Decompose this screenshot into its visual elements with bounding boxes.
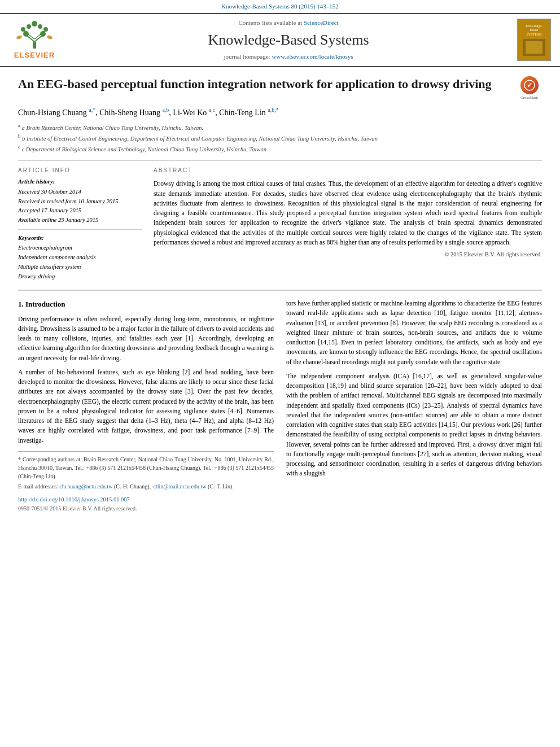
svg-point-13 <box>46 35 53 40</box>
elsevier-tree-icon <box>15 19 54 50</box>
crossmark-label: CrossMark <box>520 95 538 101</box>
article-history: Article history: Received 30 October 201… <box>18 178 142 224</box>
info-abstract-section: ARTICLE INFO Article history: Received 3… <box>18 167 542 282</box>
email-line: E-mail addresses: chchuang@nctu.edu.tw (… <box>18 482 274 491</box>
abstract-text: Drowsy driving is among the most critica… <box>154 179 542 247</box>
intro-paragraph-2: A number of bio-behavioral features, suc… <box>18 368 274 445</box>
affiliation-a: a a Brain Research Center, National Chia… <box>18 122 542 132</box>
intro-paragraph-1: Driving performance is often reduced, es… <box>18 314 274 363</box>
right-paragraph-1: tors have further applied statistic or m… <box>286 299 542 367</box>
copyright-line: © 2015 Elsevier B.V. All rights reserved… <box>154 251 542 259</box>
doi-line[interactable]: http://dx.doi.org/10.1016/j.knosys.2015.… <box>18 495 274 504</box>
intro-heading: 1. Introduction <box>18 299 274 310</box>
email-1-link[interactable]: chchuang@nctu.edu.tw <box>59 483 112 490</box>
available-date: Available online 29 January 2015 <box>18 216 142 225</box>
journal-center-info: Contents lists available at ScienceDirec… <box>67 19 510 61</box>
issn-line: 0950-7051/© 2015 Elsevier B.V. All right… <box>18 504 274 513</box>
journal-thumbnail: Knowledge-BasedSYSTEMS <box>517 19 551 61</box>
svg-point-11 <box>38 24 42 29</box>
crossmark-badge[interactable]: ✓ CrossMark <box>517 76 542 101</box>
elsevier-logo: ELSEVIER <box>9 19 60 60</box>
affiliations: a a Brain Research Center, National Chia… <box>18 122 542 154</box>
sciencedirect-link[interactable]: ScienceDirect <box>304 19 339 26</box>
journal-header: ELSEVIER Contents lists available at Sci… <box>0 13 560 67</box>
keywords-label: Keywords: <box>18 234 142 243</box>
body-right-column: tors have further applied statistic or m… <box>286 299 542 513</box>
svg-point-7 <box>21 27 25 32</box>
svg-text:✓: ✓ <box>527 81 532 89</box>
email-2-link[interactable]: ctlin@mail.nctu.edu.tw <box>154 483 207 490</box>
accepted-date: Accepted 17 January 2015 <box>18 207 142 215</box>
abstract-column: ABSTRACT Drowsy driving is among the mos… <box>154 167 542 282</box>
received-date: Received 30 October 2014 <box>18 188 142 196</box>
journal-citation: Knowledge-Based Systems 80 (2015) 143–15… <box>0 0 560 13</box>
contents-available-line: Contents lists available at ScienceDirec… <box>67 19 510 27</box>
homepage-link[interactable]: www.elsevier.com/locate/knosys <box>272 53 353 60</box>
svg-point-5 <box>23 31 29 37</box>
footnote-area: * Corresponding authors at: Brain Resear… <box>18 451 274 513</box>
svg-point-10 <box>27 24 31 29</box>
corresponding-note: * Corresponding authors at: Brain Resear… <box>18 455 274 480</box>
keywords-section: Keywords: Electroencephalogram Independe… <box>18 234 142 281</box>
history-title: Article history: <box>18 178 142 186</box>
svg-rect-0 <box>33 42 36 49</box>
revised-date: Received in revised form 10 January 2015 <box>18 198 142 206</box>
header-divider <box>18 160 542 161</box>
crossmark-icon: ✓ <box>520 76 539 94</box>
affiliation-b: b b Institute of Electrical Control Engi… <box>18 133 542 143</box>
keyword-3: Multiple classifiers system <box>18 263 142 272</box>
article-title: An EEG-based perceptual function integra… <box>18 76 508 93</box>
right-paragraph-2: The independent component analysis (ICA)… <box>286 372 542 479</box>
keyword-1: Electroencephalogram <box>18 244 142 252</box>
article-title-section: An EEG-based perceptual function integra… <box>18 76 542 101</box>
body-left-column: 1. Introduction Driving performance is o… <box>18 299 274 513</box>
info-divider <box>18 229 142 230</box>
affiliation-c: c c Department of Biological Science and… <box>18 143 542 154</box>
keyword-4: Drowsy driving <box>18 273 142 281</box>
journal-title: Knowledge-Based Systems <box>67 30 510 50</box>
authors-line: Chun-Hsiang Chuang a,*, Chih-Sheng Huang… <box>18 106 542 118</box>
elsevier-wordmark: ELSEVIER <box>14 50 55 60</box>
article-info-label: ARTICLE INFO <box>18 167 142 174</box>
homepage-line: journal homepage: www.elsevier.com/locat… <box>67 53 510 61</box>
svg-point-8 <box>43 27 48 32</box>
abstract-label: ABSTRACT <box>154 167 542 174</box>
keyword-2: Independent component analysis <box>18 254 142 262</box>
svg-point-9 <box>32 21 37 27</box>
svg-point-12 <box>16 35 22 40</box>
article-container: An EEG-based perceptual function integra… <box>0 67 560 524</box>
body-section: 1. Introduction Driving performance is o… <box>18 299 542 513</box>
section-divider <box>18 290 542 291</box>
svg-point-6 <box>40 31 46 37</box>
article-info-column: ARTICLE INFO Article history: Received 3… <box>18 167 142 282</box>
